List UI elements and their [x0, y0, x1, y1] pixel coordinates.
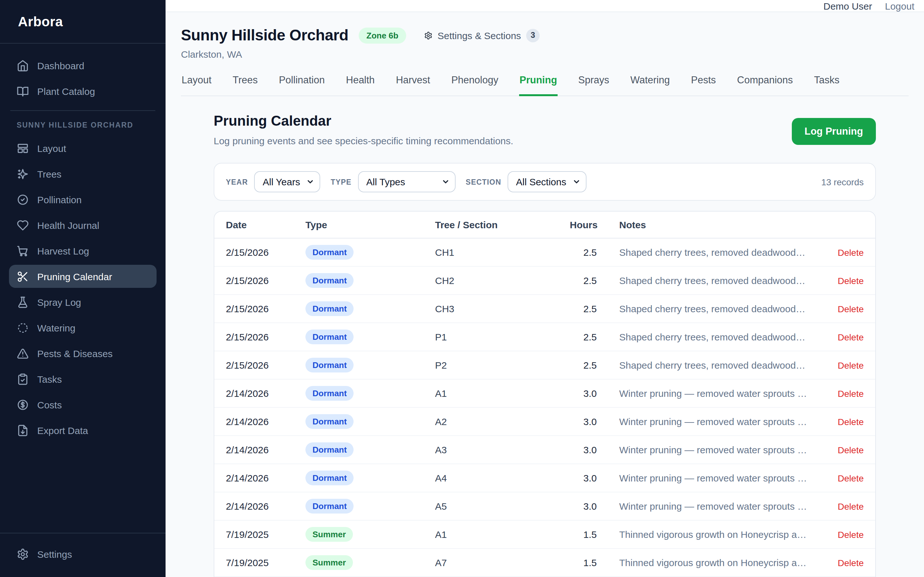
- sidebar-item-spray-log[interactable]: Spray Log: [9, 290, 157, 314]
- cell-type: Dormant: [299, 436, 429, 464]
- tab-pests[interactable]: Pests: [690, 72, 717, 96]
- delete-link[interactable]: Delete: [838, 332, 864, 342]
- cell-actions: Delete: [814, 238, 875, 266]
- cell-hours: 3.0: [564, 436, 603, 464]
- logout-link[interactable]: Logout: [885, 0, 914, 11]
- cell-tree-section: P1: [429, 323, 564, 351]
- sidebar-item-pests-diseases[interactable]: Pests & Diseases: [9, 342, 157, 365]
- sidebar-item-dashboard[interactable]: Dashboard: [9, 54, 157, 77]
- table-row: 2/14/2026DormantA13.0Winter pruning — re…: [214, 379, 875, 408]
- type-badge: Dormant: [305, 414, 354, 429]
- cell-type: Dormant: [299, 492, 429, 520]
- sidebar-item-costs[interactable]: Costs: [9, 393, 157, 416]
- logo-block: Arbora: [0, 0, 166, 44]
- cell-notes: Winter pruning — removed water sprouts a…: [603, 408, 814, 436]
- log-pruning-button[interactable]: Log Pruning: [792, 118, 876, 145]
- delete-link[interactable]: Delete: [838, 501, 864, 512]
- flask-icon: [17, 296, 29, 308]
- cell-type: Dormant: [299, 379, 429, 408]
- sidebar-item-trees[interactable]: Trees: [9, 162, 157, 185]
- tab-phenology[interactable]: Phenology: [451, 72, 499, 96]
- sidebar-item-plant-catalog[interactable]: Plant Catalog: [9, 79, 157, 103]
- delete-link[interactable]: Delete: [838, 276, 864, 286]
- column-header-actions: [814, 211, 875, 238]
- delete-link[interactable]: Delete: [838, 558, 864, 568]
- year-filter-group: YEAR All Years: [226, 171, 320, 192]
- sidebar-item-tasks[interactable]: Tasks: [9, 367, 157, 390]
- main-area: Demo User Logout Sunny Hillside Orchard …: [166, 0, 924, 577]
- cell-notes: Winter pruning — removed water sprouts a…: [603, 379, 814, 408]
- settings-sections-link[interactable]: Settings & Sections 3: [424, 29, 540, 42]
- tab-companions[interactable]: Companions: [736, 72, 793, 96]
- delete-link[interactable]: Delete: [838, 445, 864, 455]
- delete-link[interactable]: Delete: [838, 417, 864, 427]
- year-select[interactable]: All Years: [254, 171, 320, 192]
- cell-notes: Shaped cherry trees, removed deadwood fr…: [603, 266, 814, 295]
- tab-pruning[interactable]: Pruning: [519, 72, 557, 96]
- sidebar-item-harvest-log[interactable]: Harvest Log: [9, 239, 157, 262]
- panel-header: Pruning Calendar Log pruning events and …: [214, 113, 876, 146]
- orchard-header: Sunny Hillside Orchard Zone 6b Settings …: [181, 26, 909, 44]
- book-open-icon: [17, 85, 29, 97]
- table-header-row: Date Type Tree / Section Hours Notes: [214, 211, 875, 238]
- tab-tasks[interactable]: Tasks: [813, 72, 840, 96]
- cell-type: Dormant: [299, 408, 429, 436]
- tab-health[interactable]: Health: [345, 72, 375, 96]
- delete-link[interactable]: Delete: [838, 388, 864, 399]
- sidebar-item-label: Layout: [37, 143, 66, 153]
- delete-link[interactable]: Delete: [838, 473, 864, 484]
- sidebar-nav: DashboardPlant Catalog SUNNY HILLSIDE OR…: [0, 44, 166, 533]
- check-circle-icon: [17, 193, 29, 205]
- type-badge: Dormant: [305, 442, 354, 457]
- panel-title: Pruning Calendar: [214, 113, 513, 129]
- type-badge: Dormant: [305, 499, 354, 514]
- tab-pollination[interactable]: Pollination: [278, 72, 325, 96]
- cell-hours: 2.5: [564, 295, 603, 323]
- sidebar-item-pruning-calendar[interactable]: Pruning Calendar: [9, 265, 157, 288]
- cell-actions: Delete: [814, 266, 875, 295]
- sidebar-item-pollination[interactable]: Pollination: [9, 188, 157, 211]
- table-row: 2/14/2026DormantA33.0Winter pruning — re…: [214, 436, 875, 464]
- section-filter-label: SECTION: [466, 178, 501, 185]
- section-select[interactable]: All Sections: [507, 171, 586, 192]
- table-row: 2/14/2026DormantA53.0Winter pruning — re…: [214, 492, 875, 520]
- sidebar-footer-group: Settings: [9, 542, 157, 566]
- tab-sprays[interactable]: Sprays: [577, 72, 610, 96]
- cell-hours: 2.5: [564, 266, 603, 295]
- sidebar-item-layout[interactable]: Layout: [9, 137, 157, 160]
- cell-actions: Delete: [814, 492, 875, 520]
- filter-bar: YEAR All Years TYPE All Types: [214, 163, 876, 201]
- tab-watering[interactable]: Watering: [630, 72, 670, 96]
- delete-link[interactable]: Delete: [838, 530, 864, 540]
- cell-date: 7/19/2025: [214, 520, 299, 548]
- sidebar-item-health-journal[interactable]: Health Journal: [9, 213, 157, 237]
- tab-trees[interactable]: Trees: [232, 72, 258, 96]
- sidebar-item-export-data[interactable]: Export Data: [9, 419, 157, 442]
- cell-actions: Delete: [814, 548, 875, 577]
- sidebar-item-settings[interactable]: Settings: [9, 542, 157, 566]
- column-header-tree: Tree / Section: [429, 211, 564, 238]
- cell-notes: Winter pruning — removed water sprouts a…: [603, 436, 814, 464]
- delete-link[interactable]: Delete: [838, 304, 864, 314]
- delete-link[interactable]: Delete: [838, 247, 864, 258]
- cell-date: 2/14/2026: [214, 464, 299, 492]
- cell-type: Dormant: [299, 266, 429, 295]
- sparkles-icon: [17, 168, 29, 180]
- cell-hours: 3.0: [564, 464, 603, 492]
- type-select-wrap: All Types: [358, 171, 456, 192]
- type-select[interactable]: All Types: [358, 171, 456, 192]
- cell-notes: Shaped cherry trees, removed deadwood fr…: [603, 295, 814, 323]
- table-row: 2/15/2026DormantP22.5Shaped cherry trees…: [214, 351, 875, 379]
- section-select-wrap: All Sections: [507, 171, 586, 192]
- sidebar-item-watering[interactable]: Watering: [9, 316, 157, 339]
- sidebar-item-label: Plant Catalog: [37, 85, 95, 97]
- cell-notes: Winter pruning — removed water sprouts a…: [603, 492, 814, 520]
- tab-layout[interactable]: Layout: [181, 72, 212, 96]
- table-row: 7/19/2025SummerA71.5Thinned vigorous gro…: [214, 548, 875, 577]
- delete-link[interactable]: Delete: [838, 360, 864, 371]
- loader-icon: [17, 322, 29, 334]
- cell-actions: Delete: [814, 520, 875, 548]
- content-area: Sunny Hillside Orchard Zone 6b Settings …: [166, 12, 924, 577]
- tab-harvest[interactable]: Harvest: [395, 72, 431, 96]
- gear-icon: [424, 31, 433, 39]
